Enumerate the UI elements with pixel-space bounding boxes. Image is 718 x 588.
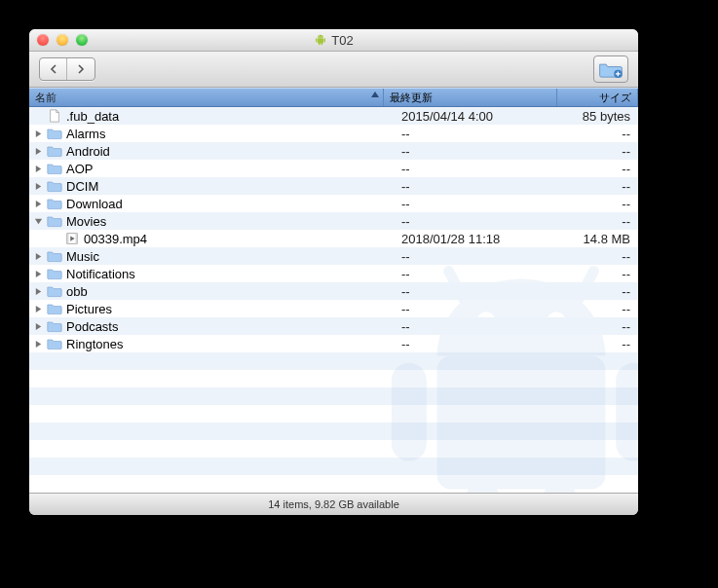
file-size: -- bbox=[562, 337, 638, 351]
table-row[interactable]: Alarms---- bbox=[29, 125, 638, 142]
file-size: -- bbox=[562, 249, 638, 264]
empty-row bbox=[29, 405, 638, 423]
file-name-label: Notifications bbox=[66, 267, 135, 281]
table-row[interactable]: 00339.mp42018/01/28 11:1814.8 MB bbox=[29, 230, 638, 247]
folder-icon bbox=[47, 161, 62, 176]
file-name-label: AOP bbox=[66, 162, 93, 176]
chevron-right-icon[interactable] bbox=[33, 146, 43, 156]
column-header-size[interactable]: サイズ bbox=[557, 89, 638, 106]
file-date: -- bbox=[396, 249, 562, 264]
window-title: T02 bbox=[29, 33, 638, 48]
file-date: 2018/01/28 11:18 bbox=[396, 232, 562, 246]
file-name-label: Movies bbox=[66, 214, 106, 229]
back-button[interactable] bbox=[40, 58, 67, 80]
file-date: -- bbox=[396, 179, 562, 194]
chevron-right-icon[interactable] bbox=[33, 269, 43, 278]
file-size: -- bbox=[562, 284, 638, 299]
zoom-icon[interactable] bbox=[76, 34, 88, 46]
svg-rect-2 bbox=[324, 38, 325, 42]
file-size: -- bbox=[562, 214, 638, 229]
folder-icon bbox=[47, 301, 62, 316]
file-date: -- bbox=[396, 162, 562, 176]
table-row[interactable]: .fub_data2015/04/14 4:0085 bytes bbox=[29, 107, 638, 125]
chevron-right-icon[interactable] bbox=[33, 321, 43, 331]
chevron-right-icon[interactable] bbox=[33, 199, 43, 208]
folder-icon bbox=[47, 318, 62, 334]
svg-rect-19 bbox=[76, 234, 78, 244]
forward-button[interactable] bbox=[67, 58, 94, 80]
file-date: -- bbox=[396, 337, 562, 351]
file-date: -- bbox=[396, 127, 562, 141]
empty-row bbox=[29, 423, 638, 440]
file-date: -- bbox=[396, 144, 562, 159]
chevron-down-icon[interactable] bbox=[33, 216, 43, 226]
file-size: -- bbox=[562, 267, 638, 281]
chevron-right-icon[interactable] bbox=[33, 304, 43, 313]
file-name-label: Download bbox=[66, 197, 123, 211]
window-controls bbox=[37, 34, 88, 46]
table-row[interactable]: Music---- bbox=[29, 247, 638, 265]
column-header-name-label: 名前 bbox=[35, 91, 57, 105]
table-row[interactable]: Podcasts---- bbox=[29, 317, 638, 335]
folder-icon bbox=[47, 126, 62, 141]
minimize-icon[interactable] bbox=[57, 34, 68, 46]
table-row[interactable]: Notifications---- bbox=[29, 265, 638, 282]
file-name-label: Android bbox=[66, 144, 110, 159]
file-size: -- bbox=[562, 179, 638, 194]
file-name-label: Pictures bbox=[66, 302, 112, 316]
column-header-date-label: 最終更新 bbox=[390, 91, 433, 105]
file-size: 14.8 MB bbox=[562, 232, 638, 246]
table-row[interactable]: DCIM---- bbox=[29, 177, 638, 195]
chevron-right-icon[interactable] bbox=[33, 286, 43, 296]
column-headers: 名前 最終更新 サイズ bbox=[29, 88, 638, 107]
table-row[interactable]: AOP---- bbox=[29, 160, 638, 177]
folder-icon bbox=[47, 266, 62, 281]
file-name-label: 00339.mp4 bbox=[84, 232, 147, 246]
document-icon bbox=[47, 108, 62, 124]
folder-icon bbox=[47, 248, 62, 264]
finder-window: T02 名前 最終更新 サイズ bbox=[29, 29, 638, 515]
empty-row bbox=[29, 387, 638, 405]
folder-icon bbox=[47, 178, 62, 194]
table-row[interactable]: Pictures---- bbox=[29, 300, 638, 317]
svg-rect-0 bbox=[318, 38, 323, 43]
empty-row bbox=[29, 370, 638, 387]
file-date: -- bbox=[396, 319, 562, 334]
column-header-date[interactable]: 最終更新 bbox=[384, 89, 557, 106]
folder-icon bbox=[47, 283, 62, 299]
file-size: -- bbox=[562, 144, 638, 159]
file-size: -- bbox=[562, 197, 638, 211]
empty-row bbox=[29, 458, 638, 475]
status-text: 14 items, 9.82 GB available bbox=[268, 498, 399, 510]
file-name-label: obb bbox=[66, 284, 88, 299]
table-row[interactable]: Android---- bbox=[29, 142, 638, 160]
table-row[interactable]: Ringtones---- bbox=[29, 335, 638, 352]
new-folder-button[interactable] bbox=[593, 55, 628, 83]
file-date: -- bbox=[396, 197, 562, 211]
close-icon[interactable] bbox=[37, 34, 49, 46]
chevron-right-icon[interactable] bbox=[33, 164, 43, 173]
file-name-label: Podcasts bbox=[66, 319, 118, 334]
empty-row bbox=[29, 352, 638, 370]
table-row[interactable]: Download---- bbox=[29, 195, 638, 212]
column-header-size-label: サイズ bbox=[599, 91, 631, 105]
chevron-right-icon[interactable] bbox=[33, 129, 43, 138]
svg-rect-4 bbox=[321, 43, 322, 45]
chevron-right-icon[interactable] bbox=[33, 339, 43, 349]
chevron-right-icon[interactable] bbox=[33, 251, 43, 261]
titlebar[interactable]: T02 bbox=[29, 29, 638, 52]
table-row[interactable]: Movies---- bbox=[29, 212, 638, 230]
chevron-right-icon[interactable] bbox=[33, 181, 43, 191]
file-size: -- bbox=[562, 302, 638, 316]
status-bar: 14 items, 9.82 GB available bbox=[29, 493, 638, 515]
table-row[interactable]: obb---- bbox=[29, 282, 638, 300]
empty-row bbox=[29, 440, 638, 458]
file-list[interactable]: .fub_data2015/04/14 4:0085 bytesAlarms--… bbox=[29, 107, 638, 493]
svg-point-6 bbox=[321, 36, 322, 37]
folder-icon bbox=[47, 143, 62, 159]
column-header-name[interactable]: 名前 bbox=[29, 89, 384, 106]
title-text: T02 bbox=[331, 33, 353, 48]
file-name-label: DCIM bbox=[66, 179, 98, 194]
file-name-label: Music bbox=[66, 249, 99, 264]
file-date: -- bbox=[396, 267, 562, 281]
